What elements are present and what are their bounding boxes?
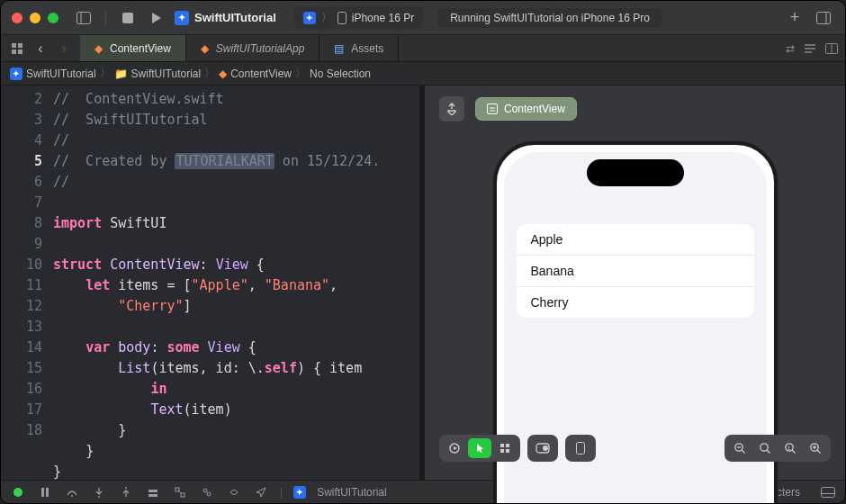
breadcrumb-item[interactable]: SwiftUITutorial (26, 68, 96, 80)
swift-file-icon: ◆ (219, 68, 227, 80)
add-tab-icon[interactable]: + (784, 7, 806, 29)
line-gutter: 23456789101112131415161718 (1, 86, 53, 480)
svg-rect-38 (41, 488, 44, 497)
pin-preview-button[interactable] (439, 96, 464, 122)
scheme-app-icon: ✦ (303, 12, 316, 24)
breadcrumb-item[interactable]: SwiftUITutorial (131, 68, 202, 80)
breadcrumb-project-icon: ✦ (10, 68, 22, 80)
device-icon (338, 12, 346, 24)
zoom-window-button[interactable] (48, 13, 58, 23)
project-name: SwiftUITutorial (194, 11, 276, 24)
swift-file-icon: ◆ (201, 42, 209, 55)
svg-rect-46 (148, 494, 158, 497)
svg-rect-9 (18, 50, 22, 54)
zoom-out-button[interactable] (728, 438, 752, 458)
add-editor-icon[interactable] (825, 43, 838, 54)
step-out-icon[interactable] (118, 487, 134, 498)
breadcrumb-item[interactable]: No Selection (310, 68, 371, 80)
environment-icon[interactable] (226, 487, 242, 498)
tab-assets[interactable]: ▤Assets (320, 35, 399, 61)
svg-point-24 (543, 446, 548, 451)
svg-rect-20 (506, 444, 509, 447)
forward-button[interactable]: › (53, 38, 75, 59)
adjust-editor-icon[interactable] (804, 43, 816, 54)
titlebar: ✦ SwiftUITutorial ✦ 〉 iPhone 16 Pr Runni… (1, 1, 845, 35)
tab-swiftuitutorialapp[interactable]: ◆SwiftUITutorialApp (186, 35, 320, 61)
preview-content-label: ContentView (504, 103, 565, 115)
svg-line-52 (206, 491, 207, 492)
step-over-icon[interactable] (64, 487, 80, 498)
scheme-selector[interactable]: ✦ 〉 iPhone 16 Pr (294, 6, 423, 29)
status-project-icon: ✦ (293, 486, 306, 499)
svg-rect-2 (122, 13, 133, 23)
status-text: Running SwiftUITutorial on iPhone 16 Pro (450, 12, 650, 24)
live-preview-button[interactable] (443, 438, 466, 458)
window-controls (12, 13, 58, 23)
svg-point-44 (125, 487, 127, 489)
swift-file-icon: ◆ (94, 42, 103, 55)
svg-rect-7 (18, 43, 22, 48)
toggle-inspector-icon[interactable] (813, 7, 834, 29)
svg-rect-8 (12, 50, 16, 54)
tab-bar: ‹ › ◆ContentView◆SwiftUITutorialApp▤Asse… (1, 35, 845, 62)
svg-point-40 (71, 495, 73, 497)
pause-icon[interactable] (37, 488, 53, 497)
list-item[interactable]: Apple (517, 224, 754, 256)
close-window-button[interactable] (12, 13, 22, 23)
preview-canvas: ContentView AppleBananaCherry (419, 86, 845, 480)
svg-rect-47 (176, 488, 179, 491)
variants-preview-button[interactable] (493, 438, 517, 458)
debug-view-icon[interactable] (145, 487, 161, 498)
svg-point-42 (98, 496, 100, 498)
svg-rect-4 (817, 12, 831, 23)
view-debug-icon[interactable] (199, 487, 215, 498)
related-items-icon[interactable] (6, 38, 28, 59)
doc-icon (487, 104, 498, 114)
location-icon[interactable] (253, 487, 269, 498)
preview-selector-pill[interactable]: ContentView (475, 97, 577, 121)
svg-line-27 (742, 450, 745, 454)
toggle-navigator-icon[interactable] (73, 7, 94, 29)
svg-rect-48 (181, 493, 184, 497)
step-into-icon[interactable] (91, 487, 107, 498)
code-content[interactable]: // ContentView.swift// SwiftUITutorial//… (53, 86, 419, 480)
status-separator: | (280, 486, 283, 499)
preview-mode-group (439, 435, 520, 462)
svg-line-49 (179, 491, 181, 493)
stop-button[interactable] (117, 7, 139, 29)
svg-text:1: 1 (788, 446, 791, 451)
svg-rect-21 (500, 449, 504, 453)
svg-line-30 (767, 450, 770, 454)
list-item[interactable]: Cherry (517, 287, 754, 318)
selectable-preview-button[interactable] (468, 438, 491, 458)
zoom-fit-button[interactable] (753, 438, 777, 458)
device-label: iPhone 16 Pr (352, 12, 414, 24)
dynamic-island (587, 159, 684, 186)
memory-graph-icon[interactable] (172, 487, 188, 498)
breadcrumb-item[interactable]: ContentView (230, 68, 292, 80)
zoom-in-button[interactable] (804, 438, 827, 458)
refresh-tabs-icon[interactable]: ⇄ (786, 42, 795, 55)
svg-rect-3 (338, 12, 346, 23)
svg-rect-22 (506, 449, 509, 453)
toggle-debug-area-icon[interactable] (820, 487, 836, 498)
run-button[interactable] (146, 7, 167, 29)
preview-device-button[interactable] (565, 435, 596, 462)
svg-rect-0 (77, 12, 91, 23)
device-settings-button[interactable] (527, 435, 558, 462)
status-project-name: SwiftUITutorial (317, 486, 387, 499)
app-icon: ✦ (175, 11, 189, 25)
tab-label: ContentView (110, 42, 171, 55)
svg-rect-45 (148, 490, 158, 492)
svg-line-32 (792, 450, 796, 454)
back-button[interactable]: ‹ (30, 38, 51, 59)
project-title: ✦ SwiftUITutorial (175, 11, 276, 25)
list-item[interactable]: Banana (517, 256, 754, 287)
code-editor[interactable]: 23456789101112131415161718 // ContentVie… (1, 86, 419, 480)
zoom-actual-button[interactable]: 1 (778, 438, 802, 458)
svg-point-29 (760, 444, 768, 451)
breadcrumb[interactable]: ✦ SwiftUITutorial 〉 📁 SwiftUITutorial 〉 … (1, 62, 845, 86)
svg-line-35 (817, 450, 821, 454)
minimize-window-button[interactable] (30, 13, 40, 23)
tab-contentview[interactable]: ◆ContentView (80, 35, 186, 61)
